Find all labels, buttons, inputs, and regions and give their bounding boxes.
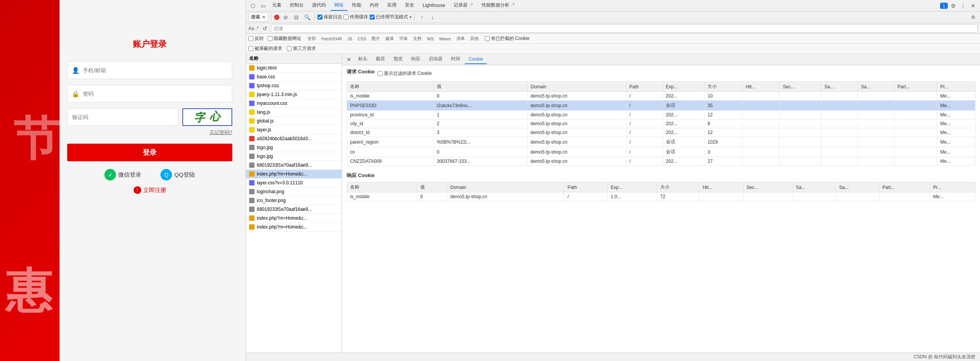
type-font[interactable]: 字体 — [397, 35, 410, 42]
reverse-checkbox[interactable] — [248, 36, 253, 41]
tab-lighthouse[interactable]: Lighthouse — [419, 1, 449, 10]
reverse-label[interactable]: 反转 — [248, 35, 264, 42]
file-item-index-selected[interactable]: index.php?m=Home&c... — [246, 170, 342, 179]
cookie-row-province[interactable]: province_id 1 demo5.tp-shop.cn / 202... … — [347, 111, 975, 119]
settings-icon[interactable]: ⚙ — [949, 1, 958, 10]
cookie-row-parent-region[interactable]: parent_region %5B%7B%22i... demo5.tp-sho… — [347, 137, 975, 147]
detail-tab-preview[interactable]: 预览 — [390, 54, 407, 65]
tab-elements[interactable]: 元素 — [268, 0, 285, 11]
show-filtered-checkbox[interactable] — [378, 71, 383, 76]
save-log-checkbox[interactable] — [317, 15, 322, 20]
detail-tab-initiator[interactable]: 启动器 — [425, 54, 446, 65]
tab-security[interactable]: 安全 — [401, 0, 418, 11]
tab-performance[interactable]: 性能 — [348, 0, 365, 11]
third-party-checkbox[interactable] — [287, 46, 292, 51]
stop-icon[interactable]: ⊘ — [281, 13, 290, 22]
type-css[interactable]: CSS — [355, 36, 369, 41]
file-item-lang[interactable]: lang.js — [246, 108, 342, 117]
show-filtered-label[interactable]: 显示过滤的请求 Cookie — [378, 70, 432, 77]
type-fetch-xhr[interactable]: Fetch/XHR — [319, 36, 344, 41]
blocked-cookie-checkbox[interactable] — [485, 36, 490, 41]
file-item-global[interactable]: global.js — [246, 117, 342, 126]
hidden-requests-checkbox[interactable] — [248, 46, 253, 51]
inspect-icon[interactable]: ⬡ — [248, 1, 258, 10]
forgot-password[interactable]: 忘记密码? — [67, 129, 232, 136]
resp-cookie-row-is-mobile[interactable]: is_mobile 0 demo5.tp-shop.cn / 1.0... 72 — [347, 192, 975, 201]
type-js[interactable]: JS — [345, 36, 355, 41]
refresh-icon[interactable]: ↺ — [260, 24, 269, 33]
captcha-input[interactable] — [67, 108, 178, 126]
type-manifest[interactable]: 清单 — [454, 35, 467, 42]
file-item-myaccount[interactable]: myaccount.css — [246, 99, 342, 108]
cookie-row-phpsessid[interactable]: PHPSESSID l2ukcks73n6nu... demo5.tp-shop… — [347, 101, 975, 111]
hide-data-label[interactable]: 隐藏数据网址 — [268, 35, 301, 42]
file-item-tpshop[interactable]: tpshop.css — [246, 81, 342, 90]
type-all[interactable]: 全部 — [305, 35, 318, 42]
file-item-6802[interactable]: 68019233f1e70aaf16ae9... — [246, 205, 342, 214]
hidden-requests-label[interactable]: 被屏蔽的请求 — [248, 45, 282, 52]
file-item-index3[interactable]: index.php?m=Home&c... — [246, 223, 342, 232]
file-item-login[interactable]: login.html — [246, 64, 342, 73]
record-btn[interactable] — [274, 15, 279, 20]
upload-icon[interactable]: ↑ — [417, 13, 426, 22]
file-item-loginchat[interactable]: loginchat.png — [246, 187, 342, 196]
dock-icon[interactable]: ⚙ — [968, 13, 978, 22]
tab-perf-insights[interactable]: 性能数据分析 ↗ — [478, 0, 519, 11]
file-item-680[interactable]: 68019233f1e70aaf16ae9... — [246, 161, 342, 170]
file-item-a928[interactable]: a92824bbc62aab5016d3... — [246, 134, 342, 143]
more-icon[interactable]: ⋮ — [959, 1, 968, 10]
hide-data-checkbox[interactable] — [268, 36, 273, 41]
detail-tab-timing[interactable]: 时间 — [447, 54, 464, 65]
type-wasm[interactable]: Wasm — [437, 36, 453, 41]
type-other[interactable]: 其他 — [468, 35, 481, 42]
wechat-login-btn[interactable]: ✓ 微信登录 — [104, 169, 141, 180]
file-item-layer-css[interactable]: layer.css?v=3.0.11110 — [246, 179, 342, 187]
cookie-row-city[interactable]: city_id 2 demo5.tp-shop.cn / 202... 8 Me… — [347, 119, 975, 128]
cookie-row-is-mobile[interactable]: is_mobile 0 demo5.tp-shop.cn / 202... 10 — [347, 92, 975, 101]
search-icon[interactable]: 🔍 — [302, 13, 312, 22]
detail-tab-response[interactable]: 响应 — [407, 54, 424, 65]
register-link[interactable]: ! 立即注册 — [67, 186, 232, 194]
detail-tab-headers[interactable]: 标头 — [354, 54, 371, 65]
download-icon[interactable]: ↓ — [428, 13, 437, 22]
close-detail-btn[interactable]: ✕ — [344, 56, 354, 63]
file-item-index2[interactable]: index.php?m=Home&c... — [246, 214, 342, 223]
cookie-row-cn[interactable]: cn 0 demo5.tp-shop.cn / 会话 3 Me... — [347, 147, 975, 157]
third-party-label[interactable]: 第三方请求 — [287, 45, 316, 52]
file-item-layer[interactable]: layer.js — [246, 126, 342, 134]
detail-tab-cookie[interactable]: Cookie — [465, 55, 487, 64]
filter-input[interactable] — [271, 24, 978, 33]
filter-icon[interactable]: ⊟ — [292, 13, 301, 22]
close-devtools-icon[interactable]: ✕ — [968, 1, 978, 10]
search-close-icon[interactable]: ✕ — [262, 15, 266, 20]
file-item-logo1[interactable]: logo.jpg — [246, 143, 342, 152]
tab-recorder[interactable]: 记录器 ↗ — [450, 0, 477, 11]
save-log-label[interactable]: 保留日志 — [317, 14, 342, 20]
type-doc[interactable]: 文档 — [411, 35, 424, 42]
tab-network[interactable]: 网络 — [331, 0, 347, 11]
phone-input[interactable] — [67, 61, 232, 79]
disable-cache-checkbox[interactable] — [344, 15, 349, 20]
tab-memory[interactable]: 内存 — [366, 0, 383, 11]
file-item-ico[interactable]: ico_footer.png — [246, 196, 342, 205]
throttle-dropdown[interactable]: ▾ — [410, 15, 412, 19]
login-button[interactable]: 登录 — [67, 144, 232, 161]
type-media[interactable]: 媒体 — [383, 35, 396, 42]
password-input[interactable] — [67, 85, 232, 103]
tab-application[interactable]: 应用 — [383, 0, 400, 11]
tab-console[interactable]: 控制台 — [286, 0, 307, 11]
qq-login-btn[interactable]: Q QQ登陆 — [160, 169, 195, 180]
blocked-cookie-label[interactable]: 有已拦截的 Cookie — [485, 35, 530, 42]
captcha-image[interactable]: 字 心 — [182, 108, 232, 126]
tab-sources[interactable]: 源代码 — [308, 0, 330, 11]
type-img[interactable]: 图片 — [369, 35, 382, 42]
type-ws[interactable]: WS — [425, 36, 436, 41]
cookie-row-cnzzdata[interactable]: CNZZDATA009 30037667-153... demo5.tp-sho… — [347, 157, 975, 166]
cookie-row-district[interactable]: district_id 3 demo5.tp-shop.cn / 202... … — [347, 128, 975, 137]
streaming-checkbox[interactable] — [370, 15, 375, 20]
disable-cache-label[interactable]: 停用缓存 — [344, 14, 368, 20]
streaming-label[interactable]: 已停用节流模式 — [370, 14, 408, 20]
detail-tab-payload[interactable]: 载荷 — [372, 54, 389, 65]
file-item-jquery[interactable]: jquery-1.11.3.min.js — [246, 90, 342, 99]
file-item-base-css[interactable]: base.css — [246, 73, 342, 81]
